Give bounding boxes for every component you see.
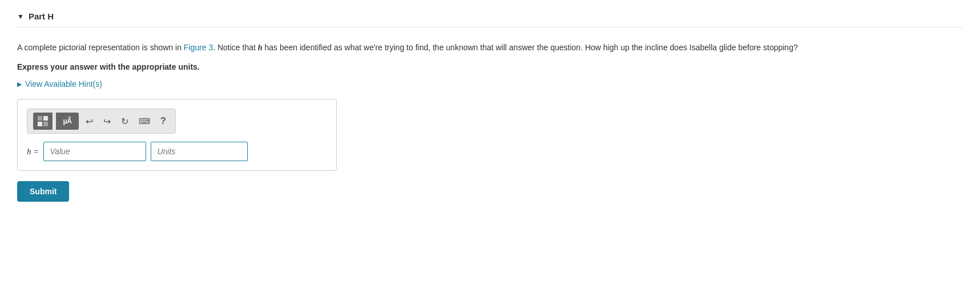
- collapse-arrow-icon[interactable]: ▼: [17, 13, 24, 21]
- description-before-link: A complete pictorial representation is s…: [17, 43, 184, 52]
- figure-link[interactable]: Figure 3: [184, 43, 213, 52]
- instruction-text: Express your answer with the appropriate…: [17, 62, 963, 71]
- grid-icon: [38, 116, 48, 126]
- answer-toolbar: μÃ ↩ ↪ ↻ ⌨ ?: [27, 109, 176, 134]
- units-input[interactable]: [151, 142, 248, 161]
- refresh-icon: ↻: [121, 116, 128, 127]
- description-text: A complete pictorial representation is s…: [17, 41, 930, 54]
- keyboard-icon: ⌨: [139, 117, 150, 126]
- mu-icon-text: μÃ: [63, 117, 71, 125]
- input-row: h =: [27, 142, 327, 161]
- hint-link-text: View Available Hint(s): [25, 79, 102, 89]
- grid-cell-2: [43, 116, 48, 121]
- help-button[interactable]: ?: [157, 115, 170, 127]
- help-icon: ?: [160, 116, 166, 126]
- view-hints-link[interactable]: ▶ View Available Hint(s): [17, 79, 963, 89]
- part-header: ▼ Part H: [17, 11, 963, 27]
- value-input[interactable]: [43, 142, 146, 161]
- grid-cell-3: [38, 122, 42, 126]
- keyboard-button[interactable]: ⌨: [135, 115, 154, 127]
- undo-button[interactable]: ↩: [82, 115, 96, 128]
- answer-box: μÃ ↩ ↪ ↻ ⌨ ? h =: [17, 99, 337, 171]
- reset-button[interactable]: ↻: [118, 115, 132, 128]
- page-container: ▼ Part H A complete pictorial representa…: [0, 0, 980, 300]
- submit-button[interactable]: Submit: [17, 181, 69, 202]
- variable-label: h =: [27, 147, 39, 157]
- mu-button[interactable]: μÃ: [56, 113, 79, 130]
- description-after-link: . Notice that: [213, 43, 258, 52]
- grid-cell-1: [38, 116, 42, 121]
- grid-toggle-button[interactable]: [33, 113, 53, 130]
- hint-arrow-icon: ▶: [17, 81, 22, 88]
- redo-icon: ↪: [103, 116, 111, 127]
- grid-cell-4: [43, 122, 48, 126]
- description-after-h: has been identified as what we're trying…: [263, 43, 798, 52]
- part-title: Part H: [29, 11, 54, 21]
- undo-icon: ↩: [86, 116, 93, 127]
- variable-h-description: h: [258, 43, 263, 52]
- redo-button[interactable]: ↪: [100, 115, 114, 128]
